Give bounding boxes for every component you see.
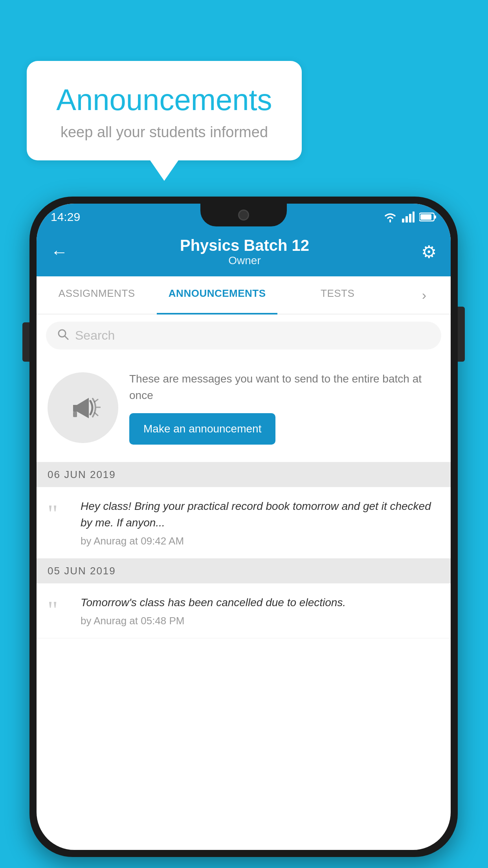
header-center: Physics Batch 12 Owner [68,237,421,267]
wifi-icon [383,211,397,223]
svg-line-8 [65,336,68,339]
settings-button[interactable]: ⚙ [421,242,437,262]
battery-icon [419,212,437,222]
svg-rect-0 [402,219,404,223]
quote-icon: " [48,598,71,623]
megaphone-icon [65,390,101,425]
front-camera [238,210,249,221]
status-icons [383,211,437,223]
app-header: ← Physics Batch 12 Owner ⚙ [37,230,451,276]
svg-rect-3 [413,211,415,223]
promo-description: These are messages you want to send to t… [129,371,440,404]
search-placeholder: Search [75,328,115,343]
date-separator-1: 06 JUN 2019 [37,462,451,487]
svg-rect-5 [434,215,436,219]
tabs-bar: ASSIGNMENTS ANNOUNCEMENTS TESTS › [37,276,451,314]
batch-title: Physics Batch 12 [68,237,421,254]
speech-bubble-title: Announcements [50,83,278,117]
svg-rect-6 [420,214,431,220]
svg-line-12 [95,413,98,416]
list-item[interactable]: " Tomorrow's class has been cancelled du… [37,583,451,638]
promo-card: These are messages you want to send to t… [37,357,451,462]
tab-tests[interactable]: TESTS [277,276,398,314]
svg-rect-9 [73,412,77,417]
svg-rect-2 [409,214,411,223]
search-bar[interactable]: Search [46,322,441,349]
announcement-content: Tomorrow's class has been cancelled due … [81,594,440,627]
announcement-meta: by Anurag at 09:42 AM [81,535,440,547]
announcement-text: Hey class! Bring your practical record b… [81,498,440,531]
quote-icon: " [48,501,71,526]
phone-device: 14:29 [29,197,458,857]
tab-assignments[interactable]: ASSIGNMENTS [37,276,157,314]
speech-bubble-pointer [149,159,179,181]
signal-icon [402,211,415,223]
batch-subtitle: Owner [68,254,421,267]
svg-line-10 [95,399,98,402]
back-button[interactable]: ← [51,242,68,262]
speech-bubble-subtitle: keep all your students informed [50,124,278,141]
date-separator-2: 05 JUN 2019 [37,559,451,583]
list-item[interactable]: " Hey class! Bring your practical record… [37,487,451,559]
tab-more[interactable]: › [398,276,451,314]
phone-screen: 14:29 [37,204,451,850]
announcement-text: Tomorrow's class has been cancelled due … [81,594,440,611]
make-announcement-button[interactable]: Make an announcement [129,413,275,445]
search-container: Search [37,314,451,357]
status-time: 14:29 [51,210,80,224]
svg-rect-1 [405,216,408,223]
speech-bubble-card: Announcements keep all your students inf… [27,61,302,160]
promo-icon-circle [48,372,118,443]
search-icon [57,328,69,343]
announcement-meta: by Anurag at 05:48 PM [81,615,440,627]
announcement-content: Hey class! Bring your practical record b… [81,498,440,547]
content-area: Search [37,314,451,638]
phone-notch [200,204,287,226]
tab-announcements[interactable]: ANNOUNCEMENTS [157,276,277,314]
promo-content: These are messages you want to send to t… [129,371,440,445]
